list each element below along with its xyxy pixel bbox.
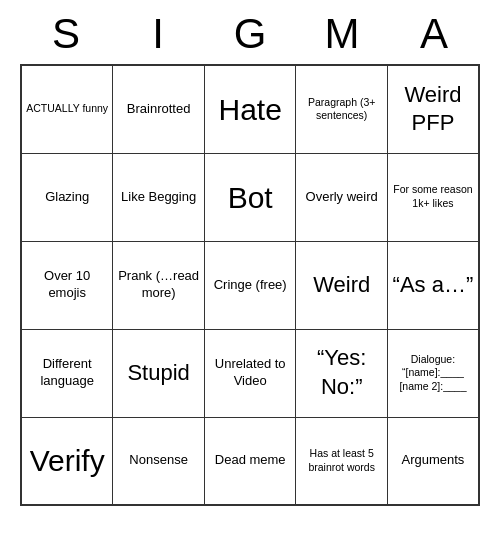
bingo-cell-4-1: Nonsense [113, 417, 205, 505]
bingo-cell-4-2: Dead meme [204, 417, 296, 505]
title-letter-g: G [210, 10, 290, 58]
bingo-cell-4-4: Arguments [387, 417, 479, 505]
bingo-cell-3-4: Dialogue: “[name]:____ [name 2]:____ [387, 329, 479, 417]
bingo-cell-2-2: Cringe (free) [204, 241, 296, 329]
bingo-cell-2-4: “As a…” [387, 241, 479, 329]
bingo-cell-3-2: Unrelated to Video [204, 329, 296, 417]
bingo-title: S I G M A [20, 0, 480, 64]
bingo-cell-3-0: Different language [21, 329, 113, 417]
bingo-cell-4-0: Verify [21, 417, 113, 505]
title-letter-m: M [302, 10, 382, 58]
bingo-grid: ACTUALLY funnyBrainrottedHateParagraph (… [20, 64, 480, 506]
bingo-cell-3-3: “Yes: No:” [296, 329, 387, 417]
bingo-cell-0-0: ACTUALLY funny [21, 65, 113, 153]
bingo-cell-0-2: Hate [204, 65, 296, 153]
title-letter-a: A [394, 10, 474, 58]
bingo-cell-3-1: Stupid [113, 329, 205, 417]
bingo-cell-1-4: For some reason 1k+ likes [387, 153, 479, 241]
bingo-cell-0-4: Weird PFP [387, 65, 479, 153]
bingo-cell-1-3: Overly weird [296, 153, 387, 241]
bingo-cell-2-0: Over 10 emojis [21, 241, 113, 329]
bingo-cell-2-1: Prank (…read more) [113, 241, 205, 329]
bingo-cell-1-2: Bot [204, 153, 296, 241]
bingo-cell-0-3: Paragraph (3+ sentences) [296, 65, 387, 153]
bingo-cell-1-0: Glazing [21, 153, 113, 241]
bingo-cell-1-1: Like Begging [113, 153, 205, 241]
bingo-cell-0-1: Brainrotted [113, 65, 205, 153]
title-letter-s: S [26, 10, 106, 58]
bingo-cell-4-3: Has at least 5 brainrot words [296, 417, 387, 505]
bingo-cell-2-3: Weird [296, 241, 387, 329]
title-letter-i: I [118, 10, 198, 58]
